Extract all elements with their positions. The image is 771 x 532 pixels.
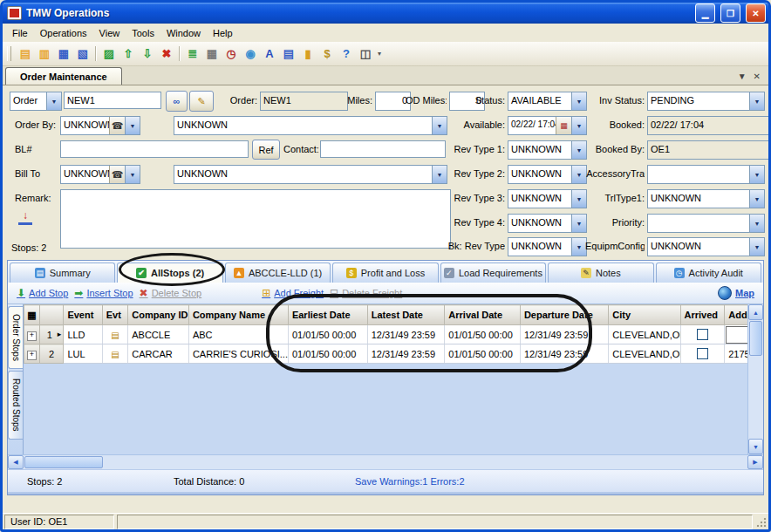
export-icon[interactable]: ⇩: [138, 44, 157, 63]
vertical-scrollbar[interactable]: ▲ ▼: [747, 304, 763, 454]
open-icon[interactable]: ▥: [35, 44, 54, 63]
toolbar-grip[interactable]: [7, 46, 11, 61]
clock-icon[interactable]: ◷: [222, 44, 241, 63]
row-header[interactable]: 2: [39, 344, 63, 364]
tab-notes[interactable]: ✎ Notes: [548, 263, 653, 283]
phone-icon[interactable]: ☎: [109, 166, 125, 183]
delete-icon[interactable]: ✖: [157, 44, 176, 63]
col-latest-date[interactable]: Latest Date: [367, 305, 445, 325]
tab-list-dropdown-icon[interactable]: ▼: [738, 72, 747, 81]
latest-date-cell[interactable]: 12/31/49 23:59: [367, 325, 445, 344]
bill-to-combo[interactable]: UNKNOWN ☎ ▼: [60, 165, 140, 184]
chevron-down-icon[interactable]: ▼: [571, 92, 586, 110]
bill-to-name-combo[interactable]: UNKNOWN ▼: [174, 165, 447, 184]
inv-status-combo[interactable]: PENDING ▼: [647, 92, 765, 111]
font-icon[interactable]: A: [260, 44, 279, 63]
add-freight-link[interactable]: ⊞ Add Freight: [262, 287, 324, 299]
rev-type3-combo[interactable]: UNKNOWN ▼: [508, 189, 587, 208]
company-name-cell[interactable]: ABC: [188, 325, 288, 344]
chevron-down-icon[interactable]: ▼: [749, 215, 764, 232]
priority-combo[interactable]: ▼: [647, 214, 765, 233]
evt-cell[interactable]: ▤: [102, 325, 128, 344]
latest-date-cell[interactable]: 12/31/49 23:59: [367, 344, 445, 364]
delete-stop-link[interactable]: ✖ Delete Stop: [140, 287, 202, 299]
report-icon[interactable]: ≣: [183, 44, 202, 63]
order-number-input[interactable]: [64, 92, 161, 109]
money-icon[interactable]: $: [317, 44, 337, 63]
resize-grip[interactable]: [755, 516, 767, 528]
tab-profit-and-loss[interactable]: $ Profit and Loss: [332, 263, 438, 283]
chevron-down-icon[interactable]: ▼: [571, 117, 586, 134]
scroll-right-icon[interactable]: ▶: [747, 455, 763, 469]
chevron-down-icon[interactable]: ▼: [571, 190, 586, 208]
save-as-icon[interactable]: ▧: [73, 44, 92, 63]
scrollbar-thumb[interactable]: [749, 321, 762, 356]
city-cell[interactable]: CLEVELAND,OH/: [609, 325, 680, 344]
chevron-down-icon[interactable]: ▼: [571, 141, 586, 159]
tab-allstops[interactable]: ✔ AllStops (2): [117, 263, 222, 283]
available-date-field[interactable]: 02/22/ 17:04 ▦ ▼: [508, 116, 587, 135]
arrived-checkbox[interactable]: [697, 329, 708, 340]
tab-summary[interactable]: ▤ Summary: [10, 263, 115, 283]
chevron-down-icon[interactable]: ▼: [125, 117, 140, 134]
side-tab-routed-stops[interactable]: Routed Stops: [8, 371, 23, 440]
tab-order-maintenance[interactable]: Order Maintenance: [5, 67, 122, 85]
bl-input[interactable]: [60, 140, 249, 158]
lock-icon[interactable]: ▮: [298, 44, 317, 63]
col-earliest-date[interactable]: Earliest Date: [288, 305, 367, 325]
chevron-down-icon[interactable]: ▼: [571, 238, 586, 256]
chevron-down-icon[interactable]: ▼: [749, 238, 764, 256]
expand-cell[interactable]: +: [24, 325, 40, 344]
departure-date-cell[interactable]: 12/31/49 23:59: [520, 325, 608, 344]
side-tab-order-stops[interactable]: Order Stops: [8, 306, 23, 369]
row-header[interactable]: 1▸: [39, 325, 63, 344]
chevron-down-icon[interactable]: ▼: [46, 92, 61, 110]
expand-icon[interactable]: +: [27, 331, 37, 341]
add-stop-link[interactable]: ⬇ Add Stop: [17, 287, 68, 299]
search-button[interactable]: ∞: [166, 91, 188, 112]
menu-help[interactable]: Help: [207, 26, 239, 40]
menu-operations[interactable]: Operations: [34, 26, 93, 40]
col-arrival-date[interactable]: Arrival Date: [445, 305, 521, 325]
insert-stop-link[interactable]: ➡ Insert Stop: [74, 287, 133, 299]
calendar-icon[interactable]: ▦: [556, 117, 571, 134]
order-by-name-combo[interactable]: UNKNOWN ▼: [174, 116, 447, 135]
delete-freight-link[interactable]: ⊟ Delete Freight: [330, 287, 402, 299]
col-company-name[interactable]: Company Name: [188, 305, 288, 325]
close-tab-icon[interactable]: ✕: [754, 72, 761, 81]
arrived-checkbox[interactable]: [697, 348, 708, 359]
save-warnings-link[interactable]: Save Warnings:1 Errors:2: [355, 476, 465, 487]
col-event[interactable]: Event: [64, 305, 102, 325]
status-combo[interactable]: AVAILABLE ▼: [508, 92, 587, 111]
order-type-combo[interactable]: Order ▼: [10, 92, 62, 111]
remark-textarea[interactable]: [60, 189, 451, 249]
edit-button[interactable]: ✎: [189, 91, 214, 112]
arrived-cell[interactable]: [680, 344, 725, 364]
expand-cell[interactable]: +: [24, 344, 40, 364]
evt-cell[interactable]: ▤: [102, 344, 128, 364]
phone-icon[interactable]: ☎: [109, 117, 125, 134]
arrival-date-cell[interactable]: 01/01/50 00:00: [445, 325, 521, 344]
equip-config-combo[interactable]: UNKNOWN ▼: [647, 237, 765, 256]
company-name-cell[interactable]: CARRIE'S CURIOSI...: [188, 344, 288, 364]
chevron-down-icon[interactable]: ▼: [571, 166, 586, 183]
print-icon[interactable]: ▤: [279, 44, 298, 63]
scrollbar-track[interactable]: [104, 455, 747, 469]
menu-window[interactable]: Window: [160, 26, 207, 40]
city-cell[interactable]: CLEVELAND,OH/: [609, 344, 680, 364]
bk-rev-type-combo[interactable]: UNKNOWN ▼: [508, 237, 587, 256]
accessory-combo[interactable]: ▼: [647, 165, 765, 184]
chevron-down-icon[interactable]: ▼: [749, 190, 764, 208]
scroll-down-icon[interactable]: ▼: [748, 439, 763, 454]
window-exit-icon[interactable]: ◫: [356, 44, 375, 63]
rev-type2-combo[interactable]: UNKNOWN ▼: [508, 165, 587, 184]
col-company-id[interactable]: Company ID: [128, 305, 189, 325]
schedule-icon[interactable]: ▦: [202, 44, 222, 63]
event-cell[interactable]: LLD: [64, 325, 102, 344]
globe-icon[interactable]: ◉: [241, 44, 260, 63]
chevron-down-icon[interactable]: ▼: [749, 92, 764, 110]
arrival-date-cell[interactable]: 01/01/50 00:00: [445, 344, 521, 364]
toolbar-overflow-icon[interactable]: ▾: [378, 50, 381, 58]
table-row[interactable]: + 1▸ LLD ▤ ABCCLE ABC 01/01/50 00:00 12/…: [24, 325, 764, 344]
company-id-cell[interactable]: ABCCLE: [128, 325, 189, 344]
